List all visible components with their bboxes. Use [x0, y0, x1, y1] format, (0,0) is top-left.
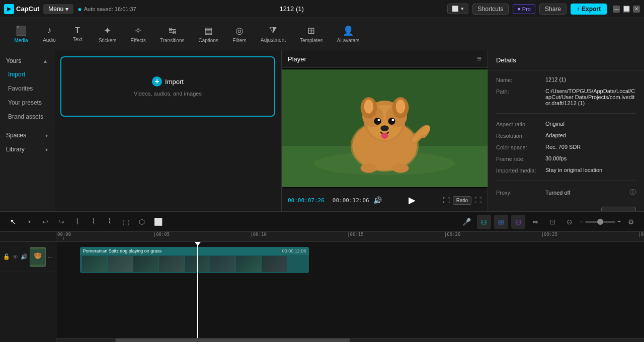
toolbar-text[interactable]: T Text [64, 23, 91, 45]
media-icon: ⬛ [16, 25, 27, 36]
restore-button[interactable]: ⬜ [623, 6, 630, 13]
spaces-group: Spaces ▾ [0, 128, 54, 142]
templates-icon: ⊞ [307, 25, 315, 36]
clip-frame [262, 256, 287, 272]
player-controls: 00:00:07:26 00:00:12:06 🔊 ▶ ⛶ Ratio ⛶ [282, 189, 488, 211]
timeline-tracks: Pomeranian Spitz dog playing on grass 00… [56, 242, 644, 338]
select-dropdown[interactable]: ▾ [22, 215, 36, 229]
proxy-info-icon[interactable]: ⓘ [630, 188, 636, 197]
volume-icon[interactable]: 🔊 [373, 196, 382, 204]
svg-point-17 [380, 125, 388, 131]
timeline: 🔓 👁 🔊 ··· 00 [0, 232, 644, 342]
ratio-button[interactable]: Ratio [453, 196, 471, 205]
toolbar-captions[interactable]: ▤ Captions [193, 22, 224, 46]
spaces-header[interactable]: Spaces ▾ [0, 128, 54, 142]
ai-avatars-icon: 👤 [343, 25, 354, 36]
expand-button[interactable]: ⊡ [545, 215, 559, 229]
zoom-slider[interactable] [585, 221, 615, 223]
split-button[interactable]: ⌇ [70, 215, 85, 229]
zoom-thumb[interactable] [597, 219, 603, 225]
sticker-add-button[interactable]: ⬜ [151, 215, 165, 229]
svg-point-11 [364, 100, 374, 114]
split-track-button[interactable]: ⊟ [477, 215, 491, 229]
svg-point-18 [381, 133, 388, 139]
library-group: Library ▾ [0, 142, 54, 156]
toolbar-ai-avatars[interactable]: 👤 AI avatars [331, 22, 366, 46]
export-button[interactable]: ↑ Export [571, 4, 607, 15]
library-header[interactable]: Library ▾ [0, 142, 54, 156]
minimize-button[interactable]: — [613, 6, 620, 13]
timeline-area: ↖ ▾ ↩ ↪ ⌇ ⌇ ⌇ ⬚ ⬡ ⬜ 🎤 ⊟ ⊞ ⊟ ⇔ ⊡ ⊖ − + ⚙ [0, 211, 644, 342]
clip-frame [159, 256, 184, 272]
mic-button[interactable]: 🎤 [460, 215, 474, 229]
shortcuts-button[interactable]: Shortcuts [472, 4, 509, 15]
zoom-in-icon[interactable]: + [617, 218, 621, 225]
detail-color-label: Color space: [496, 144, 541, 150]
timeline-cursor [197, 242, 198, 338]
toolbar-filters[interactable]: ◎ Filters [226, 22, 253, 46]
clip-frame [82, 256, 107, 272]
toolbar-stickers[interactable]: ✦ Stickers [93, 22, 123, 46]
visibility-icon[interactable]: 👁 [12, 253, 19, 261]
toolbar-media[interactable]: ⬛ Media [8, 22, 34, 46]
split-right-button[interactable]: ⌇ [87, 215, 101, 229]
detail-fps-label: Frame rate: [496, 155, 541, 162]
redo-button[interactable]: ↪ [54, 215, 68, 229]
play-button[interactable]: ▶ [405, 193, 419, 207]
toolbar-adjustment[interactable]: ⧩ Adjustment [255, 22, 292, 46]
detail-aspect-value: Original [545, 121, 636, 127]
import-area[interactable]: + Import Videos, audios, and images [60, 56, 275, 117]
player-right-controls: ⛶ Ratio ⛶ [443, 196, 481, 205]
clip-duration: 00:00:12:06 [282, 248, 306, 253]
mask-button[interactable]: ⬡ [135, 215, 149, 229]
timeline-scroll-thumb[interactable] [115, 338, 350, 342]
sidebar-divider-1 [0, 126, 54, 126]
effects-icon: ✧ [134, 25, 142, 36]
link-button[interactable]: ⊟ [511, 215, 525, 229]
modify-button[interactable]: Modify [601, 207, 636, 211]
fit-icon[interactable]: ⛶ [443, 196, 450, 204]
sidebar-item-favorites[interactable]: Favorites [2, 81, 52, 96]
clip-frame [236, 256, 261, 272]
collapse-button[interactable]: ⊖ [562, 215, 577, 229]
fit-track-button[interactable]: ⇔ [528, 215, 542, 229]
sidebar: Yours ▲ Import Favorites Your presets Br… [0, 50, 54, 211]
view-button[interactable]: ⬜ ▾ [447, 4, 468, 14]
track-more-button[interactable]: ··· [48, 253, 53, 261]
undo-button[interactable]: ↩ [38, 215, 52, 229]
timeline-main: 00:00 |00:05 |00:10 |00:15 |00:20 [56, 232, 644, 342]
sidebar-item-brand-assets[interactable]: Brand assets [2, 110, 52, 124]
lock-icon[interactable]: 🔓 [3, 253, 10, 261]
logo-icon: ▶ [4, 4, 14, 14]
clip-title: Pomeranian Spitz dog playing on grass [83, 248, 162, 253]
yours-header[interactable]: Yours ▲ [0, 54, 54, 67]
audio-track-icon[interactable]: 🔊 [21, 253, 28, 261]
sidebar-item-your-presets[interactable]: Your presets [2, 96, 52, 110]
toolbar-effects[interactable]: ✧ Effects [125, 22, 152, 46]
split-left-button[interactable]: ⌇ [103, 215, 117, 229]
close-button[interactable]: ✕ [633, 6, 640, 13]
crop-button[interactable]: ⬚ [119, 215, 133, 229]
toolbar-audio[interactable]: ♪ Audio [36, 22, 62, 46]
player-menu-icon[interactable]: ≡ [477, 54, 481, 63]
detail-color-row: Color space: Rec. 709 SDR [496, 144, 636, 150]
timeline-ruler: 00:00 |00:05 |00:10 |00:15 |00:20 [56, 232, 644, 242]
media-panel: + Import Videos, audios, and images [54, 50, 282, 211]
detail-resolution-value: Adapted [545, 132, 636, 138]
fullscreen-icon[interactable]: ⛶ [474, 196, 481, 204]
toolbar-transitions[interactable]: ↹ Transitions [154, 22, 191, 46]
logo-text: CapCut [16, 5, 39, 13]
sidebar-item-import[interactable]: Import [2, 67, 52, 81]
media-content: + Import Videos, audios, and images [54, 50, 281, 211]
video-clip[interactable]: Pomeranian Spitz dog playing on grass 00… [80, 247, 309, 273]
settings-icon[interactable]: ⚙ [624, 215, 638, 229]
toolbar-templates[interactable]: ⊞ Templates [294, 22, 329, 46]
spaces-chevron: ▾ [45, 133, 48, 138]
menu-button[interactable]: Menu ▾ [43, 4, 73, 14]
timeline-scrollbar[interactable] [56, 338, 644, 342]
share-button[interactable]: Share [539, 4, 567, 15]
detail-imported-row: Imported media: Stay in original locatio… [496, 167, 636, 174]
multi-track-button[interactable]: ⊞ [494, 215, 508, 229]
select-tool[interactable]: ↖ [6, 215, 20, 229]
zoom-out-icon[interactable]: − [580, 218, 583, 225]
